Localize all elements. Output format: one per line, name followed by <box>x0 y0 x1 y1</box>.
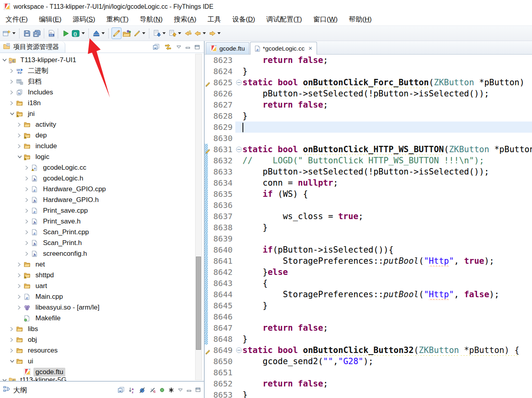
code-line-8653[interactable]: 8653} <box>205 389 532 398</box>
expander-closed-icon[interactable] <box>10 79 14 84</box>
hide-nonpublic-icon[interactable] <box>168 387 174 393</box>
expander-closed-icon[interactable] <box>18 122 22 127</box>
format-button[interactable] <box>111 27 121 39</box>
prev-annotation-button-dropdown-caret[interactable] <box>178 32 181 34</box>
run-button[interactable] <box>61 27 70 39</box>
maximize-icon[interactable] <box>196 388 201 392</box>
menu-item-窗口(W)[interactable]: 窗口(W) <box>308 14 343 25</box>
next-annotation-button[interactable] <box>152 27 168 39</box>
last-edit-location-button[interactable] <box>183 27 193 39</box>
expander-closed-icon[interactable] <box>10 101 14 105</box>
save-all-button[interactable] <box>32 27 42 39</box>
code-line-8630[interactable]: 8630 <box>205 133 532 144</box>
expander-closed-icon[interactable] <box>10 327 14 331</box>
code-line-8644[interactable]: 8644 StoragePreferences::putBool("Http",… <box>205 289 532 300</box>
tree-item-Includes[interactable]: hIncludes <box>0 87 204 98</box>
tree-item-ui[interactable]: ui <box>0 356 204 367</box>
code-line-8645[interactable]: 8645 } <box>205 300 532 311</box>
menu-item-导航(N)[interactable]: 导航(N) <box>134 14 168 25</box>
minimize-icon[interactable] <box>187 388 192 392</box>
tree-item-include[interactable]: include <box>0 141 204 151</box>
tree-item-screenconfig.h[interactable]: .hscreenconfig.h <box>0 248 204 259</box>
code-line-8647[interactable]: 8647 return false; <box>205 322 532 333</box>
tree-item-归档[interactable]: 归档 <box>0 76 204 87</box>
expander-open-icon[interactable] <box>10 359 14 363</box>
back-button[interactable] <box>193 27 208 39</box>
tree-item-net[interactable]: net <box>0 259 204 270</box>
view-menu-icon[interactable] <box>176 45 181 49</box>
build-button[interactable]: {} <box>70 27 87 39</box>
tree-item-jni[interactable]: jni <box>0 108 204 119</box>
code-line-8650[interactable]: 8650 gcode_send2("","G28"); <box>205 356 532 367</box>
code-line-8652[interactable]: 8652 return false; <box>205 378 532 389</box>
code-line-8642[interactable]: 8642 }else <box>205 267 532 278</box>
expander-open-icon[interactable] <box>18 155 22 159</box>
tree-item-Makefile[interactable]: Makefile <box>0 313 204 323</box>
expander-closed-icon[interactable] <box>10 337 14 342</box>
expander-closed-icon[interactable] <box>10 90 14 94</box>
code-line-8632[interactable]: 8632// LOGD(" ButtonClick HTTP_WS_BUTTON… <box>205 155 532 166</box>
tree-item-gcodeLogic.h[interactable]: .hgcodeLogic.h <box>0 173 204 184</box>
fold-collapse-icon[interactable] <box>236 347 242 353</box>
code-line-8623[interactable]: 8623 return false; <box>205 55 532 66</box>
tree-scrollbar-thumb[interactable] <box>196 257 201 350</box>
menu-item-调试配置(T)[interactable]: 调试配置(T) <box>261 14 308 25</box>
collapse-all-icon[interactable] <box>153 44 160 50</box>
expander-closed-icon[interactable] <box>25 219 29 224</box>
expander-closed-icon[interactable] <box>18 262 22 267</box>
open-resource-button[interactable] <box>121 27 132 39</box>
code-line-8646[interactable]: 8646 <box>205 311 532 322</box>
tree-item-Main.cpp[interactable]: .cMain.cpp <box>0 291 204 302</box>
menu-item-帮助(H)[interactable]: 帮助(H) <box>343 14 377 25</box>
tree-item-Scan_Print.cpp[interactable]: .cScan_Print.cpp <box>0 227 204 237</box>
expander-closed-icon[interactable] <box>18 144 22 148</box>
expander-closed-icon[interactable] <box>25 241 29 245</box>
tree-item-gcode.ftu[interactable]: gcode.ftu <box>0 367 204 377</box>
expander-closed-icon[interactable] <box>25 230 29 234</box>
expander-closed-icon[interactable] <box>18 305 22 310</box>
upload-button[interactable] <box>92 27 107 39</box>
collapse-all-icon[interactable] <box>118 387 125 393</box>
code-line-8633[interactable]: 8633 pButton->setSelected(!pButton->isSe… <box>205 166 532 177</box>
tree-item-Print_save.cpp[interactable]: .cPrint_save.cpp <box>0 205 204 216</box>
tab-*gcodeLogic.cc[interactable]: .c*gcodeLogic.cc✕ <box>250 42 317 55</box>
expander-open-icon[interactable] <box>2 58 7 62</box>
tree-item-shttpd[interactable]: shttpd <box>0 270 204 280</box>
expander-closed-icon[interactable] <box>18 273 22 277</box>
tree-item-obj[interactable]: obj <box>0 334 204 345</box>
tree-item-gcodeLogic.cc[interactable]: .cgcodeLogic.cc <box>0 162 204 173</box>
tree-item-T113-klipper-7-UI1[interactable]: CxT113-klipper-7-UI1 <box>0 55 204 65</box>
new-wizard-button[interactable] <box>2 27 18 39</box>
tab-gcode.ftu[interactable]: gcode.ftu <box>206 42 249 54</box>
expander-closed-icon[interactable] <box>10 348 14 353</box>
tree-item-i18n[interactable]: i18n <box>0 98 204 108</box>
code-line-8626[interactable]: 8626 pButton->setSelected(!pButton->isSe… <box>205 88 532 99</box>
expander-closed-icon[interactable] <box>25 208 29 213</box>
code-line-8627[interactable]: 8627 return false; <box>205 99 532 110</box>
tree-item-二进制[interactable]: 1001二进制 <box>0 65 204 76</box>
close-icon[interactable]: ✕ <box>308 45 313 51</box>
code-line-8636[interactable]: 8636 <box>205 200 532 211</box>
expander-open-icon[interactable] <box>10 112 14 116</box>
menu-item-搜索(A)[interactable]: 搜索(A) <box>168 14 202 25</box>
menu-item-重构(T)[interactable]: 重构(T) <box>101 14 134 25</box>
code-editor[interactable]: 8623 return false;8624}8625static bool o… <box>205 55 532 398</box>
expander-closed-icon[interactable] <box>25 251 29 256</box>
expander-closed-icon[interactable] <box>25 187 29 191</box>
expander-closed-icon[interactable] <box>25 165 29 170</box>
tree-item-Print_save.h[interactable]: .hPrint_save.h <box>0 216 204 227</box>
code-line-8634[interactable]: 8634 conn = nullptr; <box>205 177 532 188</box>
new-wizard-button-dropdown-caret[interactable] <box>12 32 16 34</box>
mark-occurrences-button-dropdown-caret[interactable] <box>142 32 145 34</box>
expander-open-icon[interactable] <box>2 378 7 381</box>
code-line-8629[interactable]: 8629 <box>205 122 532 133</box>
code-line-8641[interactable]: 8641 StoragePreferences::putBool("Http",… <box>205 255 532 267</box>
upload-button-dropdown-caret[interactable] <box>102 32 105 34</box>
save-button[interactable] <box>22 27 32 39</box>
code-line-8628[interactable]: 8628} <box>205 110 532 122</box>
tree-item-Scan_Print.h[interactable]: .hScan_Print.h <box>0 237 204 248</box>
tree-item-uart[interactable]: uart <box>0 280 204 291</box>
menu-item-编辑(E)[interactable]: 编辑(E) <box>33 14 67 25</box>
mark-occurrences-button[interactable] <box>132 27 147 39</box>
tree-item-t113-klipper-5G[interactable]: Cxt113-klipper-5G <box>0 377 204 381</box>
